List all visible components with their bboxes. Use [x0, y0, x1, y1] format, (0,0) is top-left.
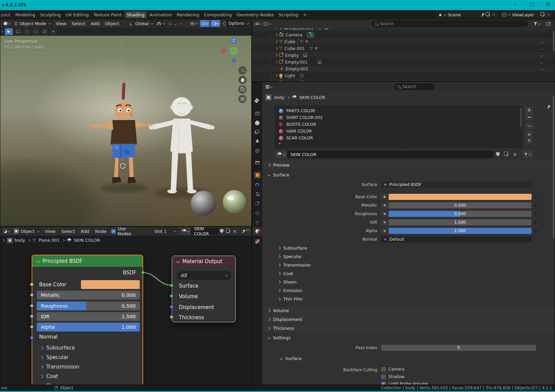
displacement-input-socket[interactable] — [170, 305, 173, 309]
roughness-socket[interactable] — [381, 211, 388, 217]
thickness-input-socket[interactable] — [170, 315, 173, 319]
menu-view[interactable]: View — [43, 229, 58, 234]
expand-slot-icon[interactable]: ▶ — [279, 142, 281, 145]
tab-data[interactable]: ▽ — [254, 220, 260, 225]
outliner-row-empty[interactable]: Empty — [252, 52, 555, 58]
new-collection-button[interactable]: + — [546, 20, 550, 27]
metallic-socket[interactable] — [381, 202, 388, 208]
tab-scene[interactable] — [254, 138, 260, 143]
roughness-slider[interactable]: Roughness 0.500 — [37, 302, 140, 310]
hide-viewport-toggle[interactable] — [539, 54, 544, 56]
menu-add[interactable]: Add — [78, 229, 91, 234]
breadcrumb-material[interactable]: SKIN COLOR — [299, 95, 325, 100]
chevron-down-icon[interactable] — [176, 259, 180, 263]
node-header[interactable]: Principled BSDF — [32, 255, 142, 267]
tab-world[interactable] — [254, 148, 260, 154]
slot-dropdown[interactable]: Slot 1 — [152, 228, 178, 235]
unlink-material-button[interactable]: × — [232, 228, 238, 235]
list-scrollbar[interactable] — [520, 108, 522, 127]
outliner-row-pants[interactable]: ▽ pants ▽ — [252, 79, 555, 82]
slot-boots-color[interactable]: BOOTS COLOR — [275, 121, 522, 128]
material-name-field[interactable]: SKIN COLOR — [287, 151, 494, 158]
close-viewlayer-icon[interactable]: × — [546, 12, 551, 17]
node-principled-bsdf[interactable]: Principled BSDF BSDF Base Color Metallic… — [32, 255, 143, 385]
subpanel-coat[interactable]: Coat — [278, 270, 293, 277]
subpanel-subsurface[interactable]: Subsurface — [278, 244, 307, 251]
outliner-scrollbar[interactable] — [553, 31, 554, 51]
expand-icon[interactable] — [275, 74, 278, 77]
normal-socket[interactable] — [30, 336, 34, 340]
tab-texture[interactable] — [254, 238, 260, 244]
panel-preview[interactable]: Preview — [262, 161, 555, 169]
ior-socket[interactable] — [30, 314, 34, 318]
tab-material-active[interactable] — [253, 227, 262, 236]
alpha-slider[interactable]: 1.000 — [389, 228, 532, 234]
tab-rendering[interactable]: Rendering — [174, 12, 202, 17]
base-color-socket[interactable] — [381, 194, 388, 200]
expand-icon[interactable] — [275, 47, 278, 50]
base-color-swatch[interactable] — [389, 194, 532, 200]
snap-arrow-icon[interactable] — [246, 229, 250, 233]
navigation-gizmo[interactable]: Z — [221, 37, 248, 64]
new-material-button[interactable] — [502, 151, 511, 158]
metallic-slider[interactable]: Metallic 0.000 — [37, 291, 140, 300]
viewport-options-dropdown[interactable]: Options — [226, 20, 249, 27]
hide-viewport-toggle[interactable] — [539, 40, 544, 43]
light-probe-volume-checkbox[interactable]: ✓ Light Probe Volume — [381, 381, 428, 385]
backface-camera-checkbox[interactable]: Camera — [381, 367, 404, 372]
maximize-button[interactable]: □ — [530, 2, 535, 7]
base-color-socket[interactable] — [30, 283, 34, 286]
tab-physics[interactable] — [254, 201, 260, 206]
menu-object[interactable]: Object — [102, 21, 121, 26]
outliner-row-camera[interactable]: Camera — [252, 31, 555, 38]
shader-type-dropdown[interactable]: Object — [13, 228, 41, 235]
section-coat[interactable]: Coat — [40, 373, 58, 379]
tab-uv-editing[interactable]: UV Editing — [63, 12, 91, 17]
viewport-canvas[interactable]: User Perspective (5) Collection | body Z — [0, 36, 252, 226]
copy-viewlayer-icon[interactable] — [541, 13, 544, 16]
close-scene-icon[interactable]: × — [492, 12, 496, 17]
tab-object[interactable] — [254, 172, 260, 178]
slot-shirt-color[interactable]: SHIRT COLOR.002 — [275, 114, 522, 121]
panel-volume[interactable]: Volume — [262, 306, 555, 314]
add-material-slot-button[interactable]: + — [525, 106, 533, 113]
subpanel-emission[interactable]: Emission — [278, 287, 302, 294]
outliner-search-input[interactable]: Search — [372, 20, 528, 27]
menu-select[interactable]: Select — [69, 21, 88, 26]
slot-scar-color[interactable]: SCAR COLOR — [275, 135, 522, 141]
snapping-button[interactable] — [156, 20, 166, 27]
scene-selector[interactable]: Scene × — [436, 11, 498, 18]
outliner-row-light[interactable]: Light — [252, 72, 555, 79]
use-nodes-checkbox[interactable]: ✓ Use Nodes — [111, 226, 136, 236]
browse-material-button[interactable] — [180, 228, 191, 235]
roughness-slider[interactable]: 0.500 — [389, 211, 532, 217]
object-visibility-button[interactable] — [189, 20, 199, 27]
menu-view[interactable]: View — [53, 21, 69, 26]
outliner-row-armature[interactable]: ⚲ Armature.001 — [252, 28, 555, 31]
tab-geometry-nodes[interactable]: Geometry Nodes — [234, 12, 276, 17]
axis-y-ball[interactable] — [231, 48, 237, 54]
normal-field[interactable]: Default — [381, 236, 532, 242]
outliner-row-empty001[interactable]: Empty.001 — [252, 58, 555, 65]
browse-material-button[interactable] — [275, 151, 287, 158]
node-header[interactable]: Material Output — [172, 256, 235, 267]
ior-slider[interactable]: IOR 1.500 — [37, 312, 140, 321]
tab-modifiers[interactable] — [254, 182, 260, 188]
expand-icon[interactable] — [275, 33, 278, 36]
hide-viewport-toggle[interactable] — [539, 47, 544, 50]
viewport-editor-type-button[interactable] — [2, 20, 12, 27]
metallic-socket[interactable] — [30, 293, 34, 297]
subpanel-specular[interactable]: Specular — [278, 253, 302, 260]
minimize-button[interactable]: – — [514, 1, 517, 7]
alpha-socket[interactable] — [30, 325, 34, 329]
slot-pants-color[interactable]: PANTS COLOR — [275, 107, 522, 114]
pass-index-field[interactable]: 0 — [381, 345, 536, 351]
proportional-editing-button[interactable] — [167, 20, 183, 27]
alpha-slider[interactable]: Alpha 1.000 — [37, 323, 140, 331]
viewlayer-selector[interactable]: ViewLayer × — [500, 11, 553, 18]
surface-input-socket[interactable] — [170, 284, 173, 287]
properties-editor-type-button[interactable] — [266, 83, 272, 90]
outliner-display-mode-button[interactable] — [264, 20, 270, 27]
panel-displacement[interactable]: Displacement — [262, 315, 555, 323]
material-extra-button[interactable] — [522, 151, 533, 158]
